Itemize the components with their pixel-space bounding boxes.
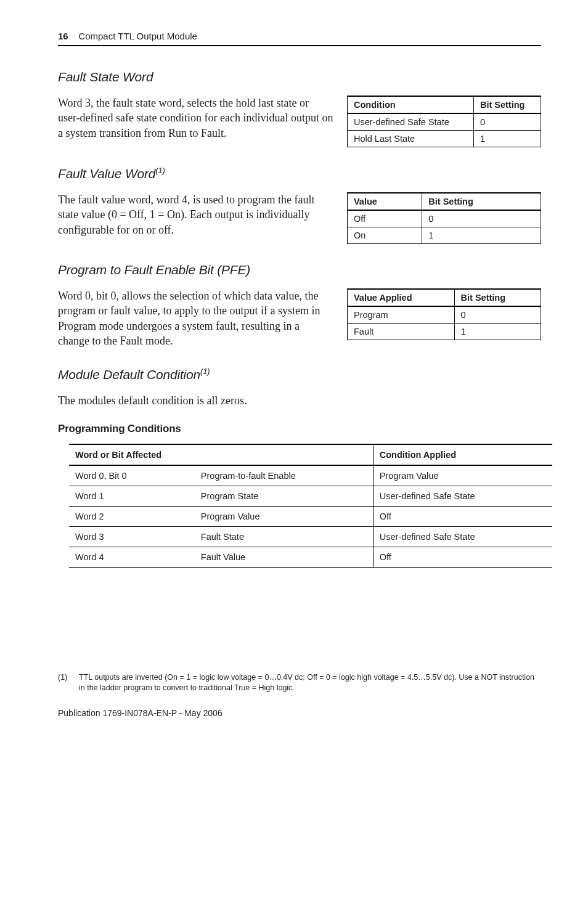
tablecol-pfe: Value Applied Bit Setting Program 0 Faul…	[347, 288, 541, 340]
textcol-fvw: The fault value word, word 4, is used to…	[58, 192, 333, 237]
td: Program State	[195, 486, 373, 507]
heading-sup: (1)	[200, 367, 210, 376]
td: Word 0, Bit 0	[69, 465, 195, 486]
td: Fault State	[195, 527, 373, 547]
th-condition-applied: Condition Applied	[373, 444, 552, 465]
th-value: Value	[348, 193, 422, 210]
td: Off	[348, 210, 422, 227]
row-fault-value-word: The fault value word, word 4, is used to…	[58, 192, 541, 244]
heading-pfe: Program to Fault Enable Bit (PFE)	[58, 263, 541, 277]
publication-footer: Publication 1769-IN078A-EN-P - May 2006	[58, 708, 541, 718]
td: 0	[422, 210, 541, 227]
page-container: 16 Compact TTL Output Module Fault State…	[0, 0, 588, 909]
td: Word 1	[69, 486, 195, 507]
textcol-pfe: Word 0, bit 0, allows the selection of w…	[58, 288, 333, 348]
tablecol-fvw: Value Bit Setting Off 0 On 1	[347, 192, 541, 244]
running-header: 16 Compact TTL Output Module	[58, 31, 541, 41]
heading-module-default: Module Default Condition(1)	[58, 367, 541, 382]
th-bitsetting: Bit Setting	[454, 289, 541, 306]
td: Word 3	[69, 527, 195, 547]
th-bitsetting: Bit Setting	[473, 96, 541, 113]
body-fault-state-word: Word 3, the fault state word, selects th…	[58, 96, 333, 141]
body-fault-value-word: The fault value word, word 4, is used to…	[58, 192, 333, 237]
heading-fault-value-word: Fault Value Word(1)	[58, 166, 541, 181]
header-title: Compact TTL Output Module	[78, 31, 197, 41]
heading-text: Module Default Condition	[58, 367, 200, 381]
table-programming-conditions: Word or Bit Affected Condition Applied W…	[69, 444, 552, 568]
th-bitsetting: Bit Setting	[422, 193, 541, 210]
td: Word 2	[69, 507, 195, 527]
td: 1	[473, 131, 541, 147]
header-rule	[58, 45, 541, 46]
table-fault-value-word: Value Bit Setting Off 0 On 1	[347, 192, 541, 244]
body-pfe: Word 0, bit 0, allows the selection of w…	[58, 288, 333, 348]
heading-text: Fault Value Word	[58, 166, 155, 181]
heading-sup: (1)	[155, 166, 165, 175]
th-condition: Condition	[348, 96, 474, 113]
td: Word 4	[69, 547, 195, 568]
page-number: 16	[58, 31, 68, 41]
td: On	[348, 227, 422, 244]
td: Program	[348, 306, 455, 324]
td: User-defined Safe State	[373, 527, 552, 547]
heading-programming-conditions: Programming Conditions	[58, 423, 541, 435]
td: 0	[473, 113, 541, 131]
td: User-defined Safe State	[373, 486, 552, 507]
td: Off	[373, 547, 552, 568]
td: 1	[422, 227, 541, 244]
td: Off	[373, 507, 552, 527]
th-word-or-bit-affected: Word or Bit Affected	[69, 444, 373, 465]
footnote: (1) TTL outputs are inverted (On = 1 = l…	[58, 672, 541, 693]
th-value-applied: Value Applied	[348, 289, 455, 306]
footnote-text: TTL outputs are inverted (On = 1 = logic…	[79, 672, 541, 693]
td: 1	[454, 324, 541, 340]
td: Hold Last State	[348, 131, 474, 147]
td: User-defined Safe State	[348, 113, 474, 131]
body-module-default: The modules default condition is all zer…	[58, 393, 541, 408]
heading-fault-state-word: Fault State Word	[58, 70, 541, 84]
td: Program-to-fault Enable	[195, 465, 373, 486]
footnote-mark: (1)	[58, 672, 69, 693]
td: Fault Value	[195, 547, 373, 568]
textcol-fsw: Word 3, the fault state word, selects th…	[58, 96, 333, 141]
td: Fault	[348, 324, 455, 340]
td: 0	[454, 306, 541, 324]
td: Program Value	[195, 507, 373, 527]
row-pfe: Word 0, bit 0, allows the selection of w…	[58, 288, 541, 348]
table-pfe: Value Applied Bit Setting Program 0 Faul…	[347, 288, 541, 340]
td: Program Value	[373, 465, 552, 486]
row-fault-state-word: Word 3, the fault state word, selects th…	[58, 96, 541, 147]
tablecol-fsw: Condition Bit Setting User-defined Safe …	[347, 96, 541, 147]
table-fault-state-word: Condition Bit Setting User-defined Safe …	[347, 96, 541, 147]
